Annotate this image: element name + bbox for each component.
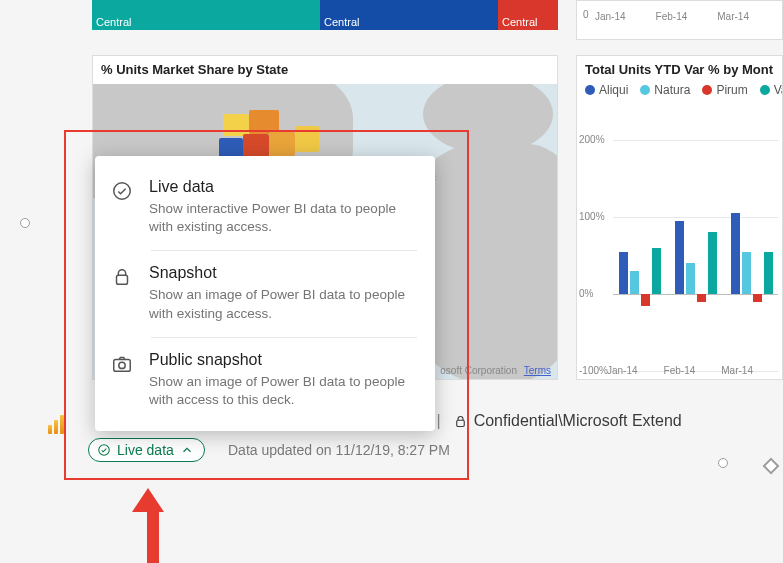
legend-swatch-icon: [702, 85, 712, 95]
data-mode-menu[interactable]: Live data Show interactive Power BI data…: [95, 156, 435, 431]
powerbi-logo-icon: [48, 414, 64, 434]
y-tick: 0%: [579, 288, 593, 299]
svg-point-4: [99, 445, 110, 456]
menu-item-live-data[interactable]: Live data Show interactive Power BI data…: [95, 164, 435, 250]
bar: [742, 252, 751, 294]
chevron-up-icon: [180, 443, 194, 457]
check-circle-icon: [111, 180, 133, 202]
y-tick: 200%: [579, 134, 605, 145]
svg-rect-5: [456, 420, 464, 426]
data-mode-pill-button[interactable]: Live data: [88, 438, 205, 462]
bar: [630, 271, 639, 294]
y-tick: -100%: [579, 365, 608, 376]
chart-title: Total Units YTD Var % by Mont: [577, 56, 782, 83]
menu-item-snapshot[interactable]: Snapshot Show an image of Power BI data …: [95, 250, 435, 336]
svg-rect-1: [117, 276, 128, 285]
menu-item-title: Public snapshot: [149, 351, 417, 369]
map-terms-link[interactable]: Terms: [524, 365, 551, 376]
x-tick: Jan-14: [595, 11, 626, 22]
resize-handle-corner[interactable]: [763, 458, 780, 475]
map-title: % Units Market Share by State: [93, 56, 557, 83]
bar-groups: [613, 140, 778, 369]
x-tick: Jan-14: [607, 365, 638, 376]
bar: [619, 252, 628, 294]
data-updated-label: Data updated on 11/12/19, 8:27 PM: [228, 442, 450, 458]
legend-item: Pirum: [702, 83, 747, 97]
camera-icon: [111, 353, 133, 375]
menu-item-title: Snapshot: [149, 264, 417, 282]
confidential-label: Confidential\Microsoft Extend: [474, 412, 682, 430]
menu-item-title: Live data: [149, 178, 417, 196]
bar: [652, 248, 661, 294]
svg-point-0: [114, 183, 131, 200]
svg-point-3: [119, 362, 125, 368]
legend-swatch-icon: [585, 85, 595, 95]
legend-item: Aliqui: [585, 83, 628, 97]
axis-tick: 0: [583, 9, 589, 20]
bar: [753, 294, 762, 302]
x-tick: Mar-14: [717, 11, 749, 22]
x-tick: Mar-14: [721, 365, 753, 376]
line-chart-card[interactable]: 0 Jan-14 Feb-14 Mar-14: [576, 0, 783, 40]
map-attribution: osoft Corporation Terms: [440, 365, 551, 376]
bar-segment-central-3: Central: [498, 0, 558, 30]
bar: [731, 213, 740, 294]
bar: [764, 252, 773, 294]
menu-item-desc: Show interactive Power BI data to people…: [149, 200, 417, 236]
legend-item: Natura: [640, 83, 690, 97]
chart-legend: Aliqui Natura Pirum VanAr: [577, 83, 782, 105]
lock-icon: [453, 414, 468, 429]
menu-item-public-snapshot[interactable]: Public snapshot Show an image of Power B…: [95, 337, 435, 423]
resize-handle-left[interactable]: [20, 218, 30, 228]
legend-swatch-icon: [640, 85, 650, 95]
x-axis-labels: Jan-14 Feb-14 Mar-14: [607, 365, 753, 376]
menu-item-desc: Show an image of Power BI data to people…: [149, 373, 417, 409]
bar-chart-card[interactable]: Total Units YTD Var % by Mont Aliqui Nat…: [576, 55, 783, 380]
bar-segment-central-1: Central: [92, 0, 320, 30]
separator: |: [436, 412, 440, 430]
bar: [686, 263, 695, 294]
y-tick: 100%: [579, 211, 605, 222]
x-tick: Feb-14: [664, 365, 696, 376]
stacked-bar-header: Central Central Central: [92, 0, 558, 30]
x-axis-labels: Jan-14 Feb-14 Mar-14: [595, 11, 749, 22]
bar-segment-central-2: Central: [320, 0, 498, 30]
x-tick: Feb-14: [656, 11, 688, 22]
lock-icon: [111, 266, 133, 288]
svg-rect-2: [114, 359, 131, 371]
bar: [697, 294, 706, 302]
annotation-arrow-icon: [142, 488, 164, 563]
bar: [641, 294, 650, 306]
map-attr-text: osoft Corporation: [440, 365, 517, 376]
check-circle-icon: [97, 443, 111, 457]
legend-item: VanAr: [760, 83, 783, 97]
pill-label: Live data: [117, 442, 174, 458]
legend-swatch-icon: [760, 85, 770, 95]
menu-item-desc: Show an image of Power BI data to people…: [149, 286, 417, 322]
bar: [708, 232, 717, 294]
bar: [675, 221, 684, 294]
resize-handle-bottom[interactable]: [718, 458, 728, 468]
